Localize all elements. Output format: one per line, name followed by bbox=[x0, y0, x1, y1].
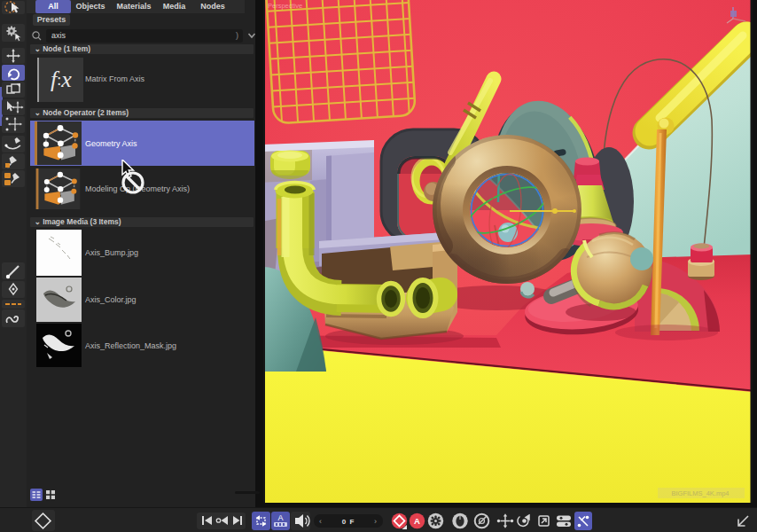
svg-text:›: › bbox=[374, 517, 377, 526]
svg-text:0 F: 0 F bbox=[342, 518, 355, 526]
svg-text:Perspective: Perspective bbox=[268, 2, 302, 10]
svg-text:A: A bbox=[414, 516, 420, 526]
svg-text:BIGFILMS_4K.mp4: BIGFILMS_4K.mp4 bbox=[671, 489, 729, 497]
svg-text:A: A bbox=[277, 513, 283, 522]
svg-text:‹: ‹ bbox=[319, 517, 322, 526]
